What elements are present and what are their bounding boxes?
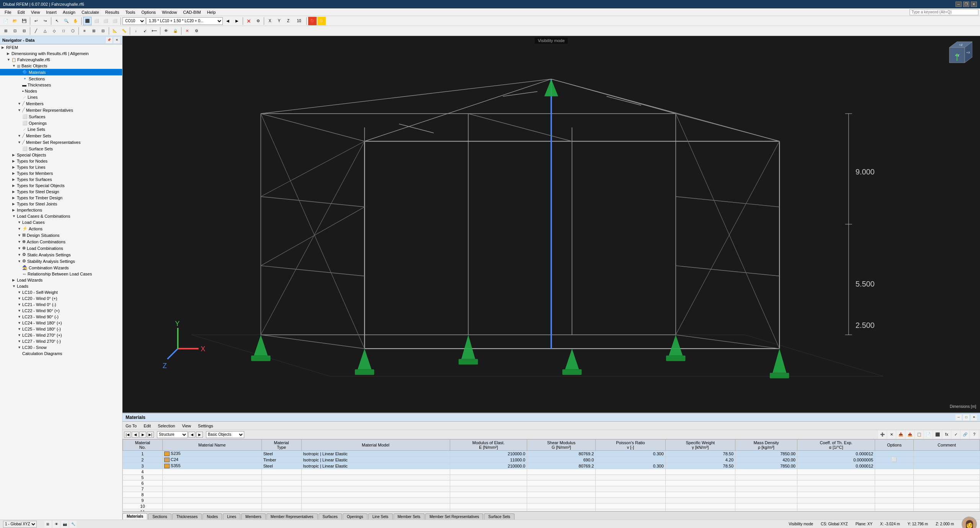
tool4[interactable]: □ (59, 27, 68, 35)
menu-insert[interactable]: Insert (43, 10, 60, 15)
panel-maximize[interactable]: □ (963, 414, 969, 420)
load3[interactable]: ⟵ (150, 27, 158, 35)
measure1[interactable]: 📐 (111, 27, 119, 35)
display3[interactable]: ⊟ (99, 27, 107, 35)
table-row[interactable]: 4 (123, 469, 980, 475)
nav-project[interactable]: ▶ Dimensioning with Results.rf6 | Allgem… (0, 51, 122, 57)
view-mode-select[interactable]: 1 - Global XYZ (3, 521, 37, 528)
nav-sections[interactable]: 🔹 Sections (0, 75, 122, 82)
nav-types-timber[interactable]: ▶ Types for Timber Design (0, 195, 122, 201)
undo-btn[interactable]: ↩ (32, 17, 40, 25)
nav-special-objects[interactable]: ▶ Special Objects (0, 152, 122, 158)
nav-basic-objects[interactable]: ▼ ▦ Basic Objects (0, 63, 122, 69)
nav-lc10[interactable]: ▼ LC10 - Self-Weight (0, 289, 122, 295)
nav-lc26[interactable]: ▼ LC26 - Wind 270° (+) (0, 332, 122, 338)
nav-load-wizards[interactable]: ▶ Load Wizards (0, 277, 122, 283)
next-structure[interactable]: ▶ (196, 432, 203, 438)
nav-pin[interactable]: 📌 (106, 37, 112, 43)
nav-materials[interactable]: 🔷 Materials (0, 69, 122, 75)
nav-lc20[interactable]: ▼ LC20 - Wind 0° (+) (0, 295, 122, 301)
nav-openings[interactable]: ⬜ Openings (0, 120, 122, 126)
table-row[interactable]: 8 (123, 492, 980, 498)
vis2[interactable]: 🔒 (171, 27, 180, 35)
sb-btn4[interactable]: 🔧 (70, 521, 77, 528)
sb-btn1[interactable]: ⊞ (44, 521, 51, 528)
prev-page[interactable]: ◀ (132, 432, 139, 438)
tab-lines[interactable]: Lines (223, 513, 240, 520)
nav-stability-analysis[interactable]: ▼ ⚙ Stability Analysis Settings (0, 258, 122, 264)
table-import[interactable]: 📥 (897, 430, 905, 439)
nav-thicknesses[interactable]: ▬ Thicknesses (0, 82, 122, 88)
nav-surfacesets[interactable]: ⬜ Surface Sets (0, 145, 122, 152)
select-btn[interactable]: ↖ (53, 17, 61, 25)
restore-button[interactable]: ❐ (963, 2, 969, 7)
panel-close[interactable]: ✕ (971, 414, 977, 420)
redo-btn[interactable]: ↪ (41, 17, 49, 25)
goto-btn[interactable]: Go To (124, 424, 138, 428)
nav-lc23[interactable]: ▼ LC23 - Wind 90° (-) (0, 314, 122, 320)
zoom-btn[interactable]: 🔍 (62, 17, 70, 25)
tab-membersets[interactable]: Member Sets (394, 513, 425, 520)
structure-select[interactable]: Structure (157, 431, 188, 438)
new-btn[interactable]: 📄 (2, 17, 10, 25)
nav-lc22[interactable]: ▼ LC22 - Wind 90° (+) (0, 308, 122, 314)
table-add[interactable]: ➕ (878, 430, 887, 439)
search-input[interactable] (910, 9, 978, 15)
nav-nodes[interactable]: • Nodes (0, 88, 122, 94)
sb-btn3[interactable]: 📷 (61, 521, 68, 528)
z-axis[interactable]: Z (284, 17, 292, 25)
table-row[interactable]: 10 (123, 504, 980, 509)
color2-btn[interactable]: 🟡 (317, 17, 326, 25)
table-row[interactable]: 5 (123, 475, 980, 481)
calc-btn[interactable]: ⚙ (254, 17, 262, 25)
load1[interactable]: ↓ (132, 27, 140, 35)
prev-structure[interactable]: ◀ (188, 432, 195, 438)
calc-check[interactable]: ✓ (952, 430, 960, 439)
tab-surfaces[interactable]: Surfaces (318, 513, 342, 520)
selection-btn[interactable]: Selection (156, 424, 176, 428)
nav-linesets[interactable]: ⟋ Line Sets (0, 126, 122, 132)
nav-lc27[interactable]: ▼ LC27 - Wind 270° (-) (0, 338, 122, 344)
tab-membersetreps[interactable]: Member Set Representatives (425, 513, 483, 520)
nav-combo-wizards[interactable]: 🧙 Combination Wizards (0, 264, 122, 271)
table-row[interactable]: 3 S355 Steel Isotropic | Linear Elastic … (123, 463, 980, 469)
minimize-button[interactable]: ─ (956, 2, 962, 7)
table-export[interactable]: 📤 (906, 430, 914, 439)
link-btn[interactable]: 🔗 (961, 430, 969, 439)
color1-btn[interactable]: 🔴 (308, 17, 317, 25)
table-row[interactable]: 2 C24 Timber Isotropic | Linear Elastic … (123, 457, 980, 463)
view3d-btn[interactable]: ⬛ (83, 17, 91, 25)
tool5[interactable]: ⬡ (69, 27, 77, 35)
panel-minimize[interactable]: ─ (956, 414, 962, 420)
pan-btn[interactable]: ✋ (71, 17, 80, 25)
nav-load-cases-combs[interactable]: ▼ Load Cases & Combinations (0, 213, 122, 219)
tab-surfacesets[interactable]: Surface Sets (484, 513, 514, 520)
save-btn[interactable]: 💾 (20, 17, 28, 25)
nav-action-combos[interactable]: ▼ ⊕ Action Combinations (0, 238, 122, 245)
prop-btn[interactable]: ⚙ (192, 27, 201, 35)
formula-btn[interactable]: fx (942, 430, 951, 439)
menu-window[interactable]: Window (159, 10, 180, 15)
vis1[interactable]: 👁 (162, 27, 170, 35)
measure2[interactable]: 📏 (120, 27, 128, 35)
open-btn[interactable]: 📂 (11, 17, 19, 25)
viewxy-btn[interactable]: ⬜ (92, 17, 101, 25)
table-row[interactable]: 1 S235 Steel Isotropic | Linear Elastic … (123, 451, 980, 457)
menu-help[interactable]: Help (204, 10, 219, 15)
nav-load-combos[interactable]: ▼ ⊕ Load Combinations (0, 245, 122, 251)
nav-types-nodes[interactable]: ▶ Types for Nodes (0, 158, 122, 164)
menu-file[interactable]: File (2, 10, 15, 15)
tool1[interactable]: ╱ (32, 27, 40, 35)
tab-nodes[interactable]: Nodes (203, 513, 222, 520)
nav-lc25[interactable]: ▼ LC25 - Wind 180° (-) (0, 326, 122, 332)
last-page[interactable]: ▶| (147, 432, 154, 438)
tab-materials[interactable]: Materials (122, 513, 147, 520)
load-formula-select[interactable]: 1.35 * LC10 + 1.50 * LC20 + 0... (146, 17, 223, 25)
viewxz-btn[interactable]: ⬜ (111, 17, 119, 25)
edit-btn[interactable]: Edit (142, 424, 152, 428)
nav-close[interactable]: ✕ (114, 37, 120, 43)
nav-types-steel-joints[interactable]: ▶ Types for Steel Joints (0, 201, 122, 207)
table-row[interactable]: 9 (123, 498, 980, 504)
nav-lc30[interactable]: ▼ LC30 - Snow (0, 344, 122, 350)
view-btn[interactable]: View (180, 424, 193, 428)
